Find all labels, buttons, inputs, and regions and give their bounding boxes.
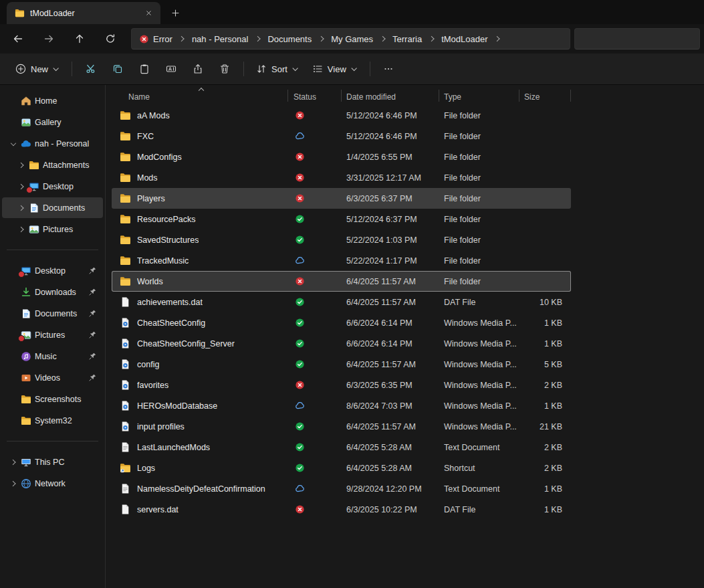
file-row[interactable]: config 6/4/2025 11:57 AM Windows Media P…	[112, 354, 571, 375]
paste-icon[interactable]	[132, 58, 157, 80]
sidebar-item[interactable]: Network	[2, 473, 103, 494]
sidebar-item[interactable]: This PC	[2, 452, 103, 472]
sidebar-item[interactable]: Pictures	[2, 324, 103, 345]
file-name-cell: TrackedMusic	[112, 255, 288, 266]
tree-chevron-icon[interactable]	[17, 203, 25, 212]
sidebar-item[interactable]: Videos	[2, 367, 103, 388]
file-row[interactable]: Logs 6/4/2025 5:28 AM Shortcut 2 KB	[112, 458, 571, 478]
sidebar-item[interactable]: Music	[2, 346, 103, 367]
tree-chevron-icon[interactable]	[9, 139, 17, 148]
column-header-status[interactable]: Status	[288, 86, 342, 105]
tree-chevron-icon[interactable]	[17, 182, 25, 191]
file-row[interactable]: SavedStructures 5/22/2024 1:03 PM File f…	[112, 229, 571, 250]
file-row[interactable]: ResourcePacks 5/12/2024 6:37 PM File fol…	[112, 209, 571, 229]
file-row[interactable]: CheatSheetConfig 6/6/2024 6:14 PM Window…	[112, 312, 571, 333]
new-button[interactable]: New	[9, 58, 66, 80]
sidebar-item[interactable]: nah - Personal	[2, 133, 103, 154]
view-button[interactable]: View	[306, 58, 364, 80]
breadcrumb-item[interactable]: Terraria	[388, 30, 427, 47]
breadcrumb-item[interactable]: Error	[134, 30, 177, 47]
file-row[interactable]: Players 6/3/2025 6:37 PM File folder	[112, 188, 571, 209]
synced-icon	[295, 463, 305, 473]
file-row[interactable]: servers.dat 6/3/2025 10:22 PM DAT File 1…	[112, 499, 571, 520]
file-name-cell: Players	[112, 193, 288, 204]
file-row[interactable]: ModConfigs 1/4/2025 6:55 PM File folder	[112, 146, 571, 167]
tree-chevron-icon[interactable]	[9, 458, 17, 466]
arrow-right-icon[interactable]	[37, 28, 60, 50]
breadcrumb-item[interactable]: nah - Personal	[187, 30, 253, 47]
file-row[interactable]: Worlds 6/4/2025 11:57 AM File folder	[112, 271, 571, 292]
sidebar-item[interactable]: Desktop	[2, 176, 103, 197]
sidebar-item[interactable]: Documents	[2, 303, 103, 324]
chevron-right-icon	[378, 29, 388, 49]
sidebar-item[interactable]: Attachments	[2, 155, 103, 175]
column-header-date-modified[interactable]: Date modified	[342, 86, 439, 105]
pin-icon	[88, 266, 98, 276]
sidebar-item-label: System32	[35, 416, 98, 425]
folder-icon	[15, 8, 25, 18]
sidebar-item[interactable]: Home	[2, 90, 103, 111]
file-row[interactable]: FXC 5/12/2024 6:46 PM File folder	[112, 126, 571, 146]
file-row[interactable]: input profiles 6/4/2025 11:57 AM Windows…	[112, 416, 571, 437]
arrow-left-icon[interactable]	[7, 28, 29, 50]
file-row[interactable]: TrackedMusic 5/22/2024 1:17 PM File fold…	[112, 250, 571, 271]
file-name: achievements.dat	[137, 298, 203, 307]
sidebar-item[interactable]: System32	[2, 410, 103, 431]
see-more-button[interactable]	[376, 58, 400, 80]
sidebar-item[interactable]: Gallery	[2, 112, 103, 132]
close-tab-button[interactable]	[140, 5, 156, 21]
arrow-up-icon[interactable]	[68, 28, 91, 50]
file-name: Players	[137, 194, 165, 203]
sidebar-item[interactable]: Desktop	[2, 260, 103, 281]
tree-chevron-icon[interactable]	[17, 225, 25, 233]
sort-button[interactable]: Sort	[250, 58, 305, 80]
file-row[interactable]: aA Mods 5/12/2024 6:46 PM File folder	[112, 105, 571, 126]
sidebar-item-label: nah - Personal	[35, 139, 98, 149]
sidebar-item-label: Pictures	[43, 225, 98, 234]
breadcrumb-item[interactable]: tModLoader	[437, 30, 492, 47]
explorer-tab[interactable]: tModLoader	[7, 2, 160, 24]
file-row[interactable]: NamelessDeityDefeatConfirmation 9/28/202…	[112, 478, 571, 499]
column-header-size[interactable]: Size	[519, 86, 571, 105]
cut-icon[interactable]	[78, 58, 104, 80]
downloads-icon	[20, 287, 32, 298]
chevron-right-icon	[177, 29, 187, 49]
sync-error-icon	[295, 276, 305, 286]
file-date-modified: 5/12/2024 6:46 PM	[342, 132, 439, 141]
folder-icon	[20, 415, 32, 426]
column-header-type[interactable]: Type	[439, 86, 519, 105]
file-name-cell: aA Mods	[112, 110, 288, 121]
share-icon[interactable]	[185, 58, 211, 80]
cloud-icon	[295, 131, 305, 141]
file-row[interactable]: CheatSheetConfig_Server 6/6/2024 6:14 PM…	[112, 333, 571, 354]
address-bar[interactable]: Error nah - Personal Documents My G	[131, 28, 570, 50]
media-file-icon	[120, 338, 131, 349]
sort-button-label: Sort	[271, 64, 287, 74]
file-type: File folder	[439, 153, 519, 162]
sidebar-item[interactable]: Documents	[2, 197, 103, 218]
breadcrumb-item[interactable]: My Games	[326, 30, 378, 47]
tree-chevron-icon[interactable]	[17, 161, 25, 169]
tree-chevron-icon[interactable]	[9, 479, 17, 488]
rename-icon[interactable]	[158, 58, 184, 80]
file-row[interactable]: HEROsModDatabase 8/6/2024 7:03 PM Window…	[112, 395, 571, 416]
sidebar-item[interactable]: Downloads	[2, 282, 103, 302]
delete-icon[interactable]	[212, 58, 237, 80]
search-box[interactable]	[574, 28, 700, 50]
sidebar-item[interactable]: Pictures	[2, 219, 103, 239]
pin-icon	[88, 288, 98, 297]
sidebar-item-label: Documents	[43, 203, 98, 213]
new-tab-button[interactable]	[166, 3, 185, 22]
file-name: servers.dat	[137, 505, 179, 514]
copy-icon[interactable]	[105, 58, 130, 80]
cloud-icon	[295, 401, 305, 411]
breadcrumb-item[interactable]: Documents	[263, 30, 316, 47]
file-row[interactable]: achievements.dat 6/4/2025 11:57 AM DAT F…	[112, 292, 571, 312]
refresh-icon[interactable]	[99, 28, 122, 50]
file-row[interactable]: favorites 6/3/2025 6:35 PM Windows Media…	[112, 375, 571, 395]
column-header-name[interactable]: Name	[112, 86, 288, 105]
file-row[interactable]: LastLaunchedMods 6/4/2025 5:28 AM Text D…	[112, 437, 571, 458]
file-row[interactable]: Mods 3/31/2025 12:17 AM File folder	[112, 167, 571, 188]
sidebar-item[interactable]: Screenshots	[2, 389, 103, 409]
file-name-cell: input profiles	[112, 421, 288, 432]
